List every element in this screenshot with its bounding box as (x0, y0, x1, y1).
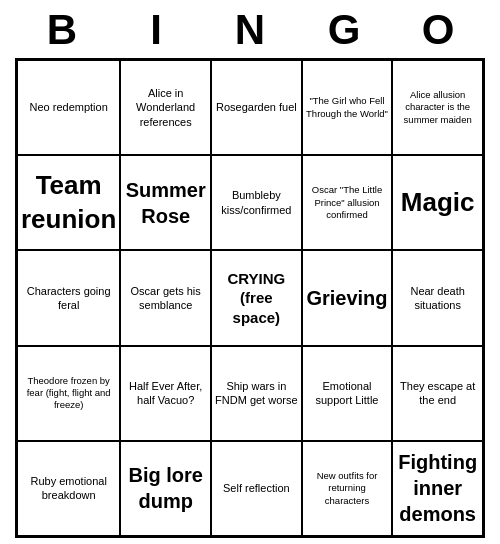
bingo-cell: Oscar "The Little Prince" allusion confi… (302, 155, 393, 250)
bingo-cell: Characters going feral (17, 250, 120, 345)
bingo-cell: Half Ever After, half Vacuo? (120, 346, 211, 441)
bingo-cell: Ship wars in FNDM get worse (211, 346, 302, 441)
bingo-letter: I (116, 6, 196, 54)
bingo-cell: Fighting inner demons (392, 441, 483, 536)
bingo-cell: Bumbleby kiss/confirmed (211, 155, 302, 250)
bingo-cell: Oscar gets his semblance (120, 250, 211, 345)
bingo-letter: O (398, 6, 478, 54)
bingo-cell: Theodore frozen by fear (fight, flight a… (17, 346, 120, 441)
bingo-cell: Self reflection (211, 441, 302, 536)
bingo-cell: Ruby emotional breakdown (17, 441, 120, 536)
bingo-title: BINGO (15, 0, 485, 58)
bingo-cell: Emotional support Little (302, 346, 393, 441)
bingo-cell: Alice in Wonderland references (120, 60, 211, 155)
bingo-cell: Summer Rose (120, 155, 211, 250)
bingo-cell: Alice allusion character is the summer m… (392, 60, 483, 155)
bingo-cell: CRYING (free space) (211, 250, 302, 345)
bingo-letter: N (210, 6, 290, 54)
bingo-cell: They escape at the end (392, 346, 483, 441)
bingo-cell: Big lore dump (120, 441, 211, 536)
bingo-letter: B (22, 6, 102, 54)
bingo-cell: Near death situations (392, 250, 483, 345)
bingo-grid: Neo redemptionAlice in Wonderland refere… (15, 58, 485, 538)
bingo-cell: Magic (392, 155, 483, 250)
bingo-letter: G (304, 6, 384, 54)
bingo-cell: Team reunion (17, 155, 120, 250)
bingo-cell: Grieving (302, 250, 393, 345)
bingo-cell: Neo redemption (17, 60, 120, 155)
bingo-cell: "The Girl who Fell Through the World" (302, 60, 393, 155)
bingo-cell: Rosegarden fuel (211, 60, 302, 155)
bingo-cell: New outfits for returning characters (302, 441, 393, 536)
